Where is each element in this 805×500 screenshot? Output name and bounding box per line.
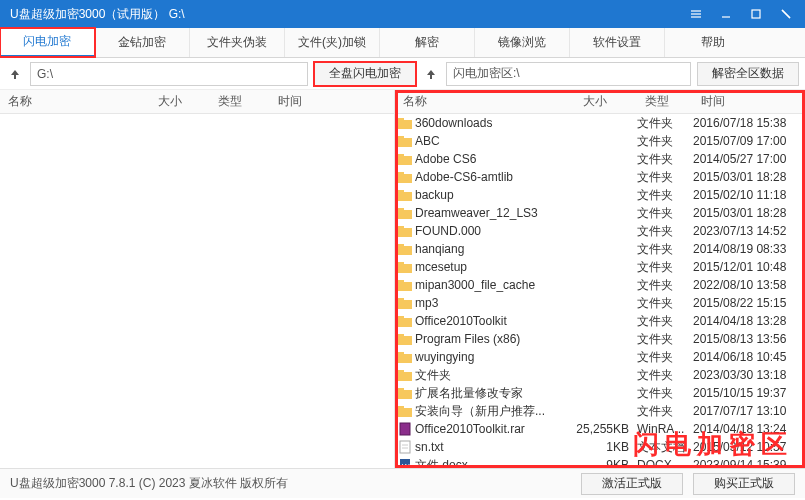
file-time: 2023/07/13 14:52 xyxy=(693,224,803,238)
file-time: 2014/06/18 10:45 xyxy=(693,350,803,364)
file-type: 文件夹 xyxy=(637,403,693,420)
left-list-header: 名称 大小 类型 时间 xyxy=(0,90,394,114)
main-columns: 名称 大小 类型 时间 名称 大小 类型 时间 360downloads文件夹2… xyxy=(0,90,805,468)
list-item[interactable]: backup文件夹2015/02/10 11:18 xyxy=(395,186,805,204)
header-size[interactable]: 大小 xyxy=(150,90,210,113)
svg-rect-28 xyxy=(398,298,404,302)
up-arrow-icon[interactable] xyxy=(422,65,440,83)
left-path-input[interactable]: G:\ xyxy=(30,62,308,86)
folder-icon xyxy=(397,333,413,345)
file-type: 文件夹 xyxy=(637,205,693,222)
svg-rect-30 xyxy=(398,316,404,320)
file-name: Dreamweaver_12_LS3 xyxy=(413,206,575,220)
list-item[interactable]: 360downloads文件夹2016/07/18 15:38 xyxy=(395,114,805,132)
file-time: 2015/02/10 11:18 xyxy=(693,188,803,202)
version-label: U盘超级加密3000 7.8.1 (C) 2023 夏冰软件 版权所有 xyxy=(10,475,571,492)
tab-6[interactable]: 软件设置 xyxy=(570,28,665,57)
list-item[interactable]: mcesetup文件夹2015/12/01 10:48 xyxy=(395,258,805,276)
tab-4[interactable]: 解密 xyxy=(380,28,475,57)
tab-1[interactable]: 金钻加密 xyxy=(95,28,190,57)
list-item[interactable]: Office2010Toolkit.rar25,255KBWinRA...201… xyxy=(395,420,805,438)
file-name: 文件.docx xyxy=(413,457,575,469)
file-type: 文件夹 xyxy=(637,187,693,204)
header-name[interactable]: 名称 xyxy=(0,90,150,113)
header-time[interactable]: 时间 xyxy=(270,90,394,113)
tab-0[interactable]: 闪电加密 xyxy=(0,28,95,57)
list-item[interactable]: Program Files (x86)文件夹2015/08/13 13:56 xyxy=(395,330,805,348)
file-size: 25,255KB xyxy=(575,422,637,436)
svg-rect-8 xyxy=(398,118,404,122)
tab-2[interactable]: 文件夹伪装 xyxy=(190,28,285,57)
activate-button[interactable]: 激活正式版 xyxy=(581,473,683,495)
list-item[interactable]: W文件.docx9KBDOCX ...2023/09/14 15:39 xyxy=(395,456,805,468)
list-item[interactable]: 安装向导（新用户推荐...文件夹2017/07/17 13:10 xyxy=(395,402,805,420)
menu-icon[interactable] xyxy=(681,0,711,28)
folder-icon xyxy=(397,207,413,219)
file-time: 2014/08/19 08:33 xyxy=(693,242,803,256)
svg-rect-12 xyxy=(398,154,404,158)
file-name: backup xyxy=(413,188,575,202)
list-item[interactable]: FOUND.000文件夹2023/07/13 14:52 xyxy=(395,222,805,240)
file-type: 文件夹 xyxy=(637,223,693,240)
folder-icon xyxy=(397,387,413,399)
left-list-body[interactable] xyxy=(0,114,394,468)
file-time: 2016/07/18 15:38 xyxy=(693,116,803,130)
list-item[interactable]: Adobe CS6文件夹2014/05/27 17:00 xyxy=(395,150,805,168)
buy-button[interactable]: 购买正式版 xyxy=(693,473,795,495)
header-size[interactable]: 大小 xyxy=(575,90,637,113)
file-time: 2015/03/01 18:28 xyxy=(693,206,803,220)
tab-7[interactable]: 帮助 xyxy=(665,28,760,57)
svg-rect-24 xyxy=(398,262,404,266)
svg-rect-26 xyxy=(398,280,404,284)
file-type: WinRA... xyxy=(637,422,693,436)
file-time: 2015/08/13 13:56 xyxy=(693,332,803,346)
list-item[interactable]: mipan3000_file_cache文件夹2022/08/10 13:58 xyxy=(395,276,805,294)
list-item[interactable]: 文件夹文件夹2023/03/30 13:18 xyxy=(395,366,805,384)
tab-3[interactable]: 文件(夹)加锁 xyxy=(285,28,380,57)
file-time: 2015/12/01 10:48 xyxy=(693,260,803,274)
file-time: 2015/03/12 10:57 xyxy=(693,440,803,454)
file-name: 文件夹 xyxy=(413,367,575,384)
list-item[interactable]: 扩展名批量修改专家文件夹2015/10/15 19:37 xyxy=(395,384,805,402)
file-time: 2023/09/14 15:39 xyxy=(693,458,803,468)
docx-icon: W xyxy=(397,458,413,468)
encrypt-all-button[interactable]: 全盘闪电加密 xyxy=(314,62,416,86)
file-time: 2014/05/27 17:00 xyxy=(693,152,803,166)
maximize-icon[interactable] xyxy=(741,0,771,28)
tab-5[interactable]: 镜像浏览 xyxy=(475,28,570,57)
list-item[interactable]: ABC文件夹2015/07/09 17:00 xyxy=(395,132,805,150)
list-item[interactable]: mp3文件夹2015/08/22 15:15 xyxy=(395,294,805,312)
file-time: 2015/08/22 15:15 xyxy=(693,296,803,310)
file-type: 文件夹 xyxy=(637,313,693,330)
list-item[interactable]: hanqiang文件夹2014/08/19 08:33 xyxy=(395,240,805,258)
list-item[interactable]: wuyingying文件夹2014/06/18 10:45 xyxy=(395,348,805,366)
header-type[interactable]: 类型 xyxy=(637,90,693,113)
right-path-input[interactable]: 闪电加密区:\ xyxy=(446,62,691,86)
svg-rect-42 xyxy=(400,441,410,453)
list-item[interactable]: Adobe-CS6-amtlib文件夹2015/03/01 18:28 xyxy=(395,168,805,186)
file-name: mp3 xyxy=(413,296,575,310)
header-type[interactable]: 类型 xyxy=(210,90,270,113)
folder-icon xyxy=(397,279,413,291)
list-item[interactable]: sn.txt1KB文本文档2015/03/12 10:57 xyxy=(395,438,805,456)
header-name[interactable]: 名称 xyxy=(395,90,575,113)
list-item[interactable]: Dreamweaver_12_LS3文件夹2015/03/01 18:28 xyxy=(395,204,805,222)
decrypt-all-button[interactable]: 解密全区数据 xyxy=(697,62,799,86)
right-list-header: 名称 大小 类型 时间 xyxy=(395,90,805,114)
file-type: 文件夹 xyxy=(637,259,693,276)
right-list-body[interactable]: 360downloads文件夹2016/07/18 15:38ABC文件夹201… xyxy=(395,114,805,468)
txt-icon xyxy=(397,440,413,454)
file-name: hanqiang xyxy=(413,242,575,256)
file-type: 文件夹 xyxy=(637,349,693,366)
minimize-icon[interactable] xyxy=(711,0,741,28)
list-item[interactable]: Office2010Toolkit文件夹2014/04/18 13:28 xyxy=(395,312,805,330)
up-arrow-icon[interactable] xyxy=(6,65,24,83)
header-time[interactable]: 时间 xyxy=(693,90,805,113)
svg-rect-10 xyxy=(398,136,404,140)
file-size: 1KB xyxy=(575,440,637,454)
file-type: 文件夹 xyxy=(637,331,693,348)
close-icon[interactable] xyxy=(771,0,801,28)
svg-rect-14 xyxy=(398,172,404,176)
file-type: 文本文档 xyxy=(637,439,693,456)
left-panel: 名称 大小 类型 时间 xyxy=(0,90,395,468)
